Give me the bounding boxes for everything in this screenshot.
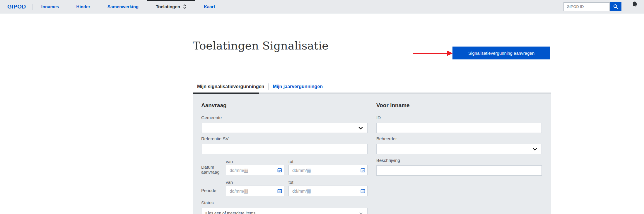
chevron-down-icon	[358, 127, 363, 130]
filter-column-voor-inname: Voor inname ID Beheerder Beschrijving	[376, 94, 542, 176]
van-label: van	[226, 159, 284, 164]
permits-tabs: Mijn signalisatievergunningen Mijn jaarv…	[193, 81, 551, 94]
datum-aanvraag-row: Datum aanvraag van	[201, 159, 368, 175]
filter-column-aanvraag: Aanvraag Gemeente Referentie SV Datum aa…	[201, 94, 368, 214]
periode-tot-input[interactable]	[289, 186, 358, 196]
section-heading-voor-inname: Voor inname	[376, 102, 542, 109]
gipod-logo[interactable]: GIPOD	[7, 0, 33, 13]
calendar-icon	[361, 189, 365, 193]
top-navigation-bar: GIPOD Innames Hinder Samenwerking Toelat…	[0, 0, 644, 13]
datum-aanvraag-tot-calendar-button[interactable]	[358, 165, 367, 175]
nav-item-innames[interactable]: Innames	[33, 0, 68, 13]
status-label: Status	[201, 200, 368, 205]
gemeente-select[interactable]	[201, 123, 368, 133]
tab-label: Mijn signalisatievergunningen	[197, 84, 264, 89]
periode-row: Periode van	[201, 180, 368, 196]
nav-item-toelatingen[interactable]: Toelatingen	[147, 0, 195, 13]
periode-tot-field	[288, 186, 368, 196]
filter-panel: Aanvraag Gemeente Referentie SV Datum aa…	[193, 94, 551, 214]
nav-item-kaart[interactable]: Kaart	[195, 0, 223, 13]
tab-mijn-jaarvergunningen[interactable]: Mijn jaarvergunningen	[269, 81, 327, 93]
beschrijving-input[interactable]	[376, 165, 542, 176]
datum-aanvraag-tot-input[interactable]	[289, 165, 358, 175]
nav-item-label: Kaart	[204, 4, 215, 9]
datum-aanvraag-van-group: van	[226, 159, 284, 175]
nav-item-label: Samenwerking	[107, 4, 139, 9]
status-multiselect[interactable]: Kies een of meerdere items	[201, 208, 368, 214]
periode-van-input[interactable]	[226, 186, 275, 196]
tab-row: Mijn signalisatievergunningen Mijn jaarv…	[193, 81, 551, 93]
chevron-up-down-icon	[183, 4, 187, 9]
section-heading-aanvraag: Aanvraag	[201, 102, 368, 109]
nav-item-label: Innames	[41, 4, 59, 9]
periode-tot-group: tot	[288, 180, 368, 196]
datum-aanvraag-van-input[interactable]	[226, 165, 275, 175]
periode-label: Periode	[201, 185, 226, 196]
gipod-id-input[interactable]	[563, 2, 610, 11]
notifications-bell-button[interactable]	[630, 0, 640, 9]
nav-item-label: Hinder	[76, 4, 90, 9]
status-placeholder: Kies een of meerdere items	[201, 211, 255, 214]
periode-van-field	[226, 186, 284, 196]
van-label: van	[226, 180, 284, 185]
red-pointer-arrow	[412, 49, 453, 57]
referentie-sv-label: Referentie SV	[201, 136, 368, 141]
bell-icon	[631, 0, 639, 8]
datum-aanvraag-tot-field	[288, 165, 368, 175]
page-title: Toelatingen Signalisatie	[193, 39, 329, 52]
periode-tot-calendar-button[interactable]	[358, 186, 367, 196]
beheerder-label: Beheerder	[376, 136, 542, 141]
calendar-icon	[277, 189, 282, 193]
search-icon	[613, 4, 618, 9]
datum-aanvraag-label: Datum aanvraag	[201, 164, 226, 175]
nav-item-label: Toelatingen	[156, 4, 180, 9]
beheerder-select[interactable]	[376, 144, 542, 154]
calendar-icon	[277, 168, 282, 172]
id-input[interactable]	[376, 123, 542, 133]
signalisatievergunning-aanvragen-button[interactable]: Signalisatievergunning aanvragen	[452, 47, 550, 59]
referentie-sv-input[interactable]	[201, 144, 368, 154]
topbar-spacer	[223, 0, 563, 13]
tot-label: tot	[288, 180, 368, 185]
nav-item-hinder[interactable]: Hinder	[68, 0, 99, 13]
chevron-down-icon	[533, 148, 537, 151]
datum-aanvraag-tot-group: tot	[288, 159, 368, 175]
gipod-id-search	[563, 0, 621, 13]
datum-aanvraag-van-calendar-button[interactable]	[275, 165, 284, 175]
tab-label: Mijn jaarvergunningen	[273, 84, 323, 89]
datum-aanvraag-van-field	[226, 165, 284, 175]
periode-van-group: van	[226, 180, 284, 196]
tab-mijn-signalisatievergunningen[interactable]: Mijn signalisatievergunningen	[193, 81, 268, 93]
periode-van-calendar-button[interactable]	[275, 186, 284, 196]
gemeente-label: Gemeente	[201, 115, 368, 120]
id-label: ID	[376, 115, 542, 120]
beschrijving-label: Beschrijving	[376, 158, 542, 163]
chevron-down-icon	[359, 212, 363, 214]
search-button[interactable]	[610, 2, 621, 11]
main-content: Toelatingen Signalisatie Signalisatiever…	[0, 13, 644, 214]
nav-item-samenwerking[interactable]: Samenwerking	[99, 0, 147, 13]
tot-label: tot	[288, 159, 368, 164]
calendar-icon	[361, 168, 365, 172]
